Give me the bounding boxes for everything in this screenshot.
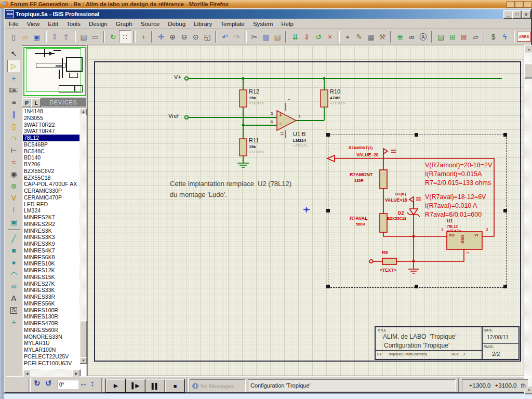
menu-system[interactable]: System — [249, 20, 277, 28]
device-item-3watt0r22[interactable]: 3WATT0R22 — [23, 122, 79, 128]
voltage-probe-mode-icon[interactable]: V — [8, 192, 20, 204]
rotation-angle-input[interactable] — [58, 380, 78, 389]
device-item-minres100r[interactable]: MINRES100R — [23, 307, 79, 314]
message-panel[interactable]: i No Messages — [190, 379, 246, 392]
wire-autorouter-icon[interactable]: ≣ — [394, 31, 406, 43]
schematic-canvas[interactable]: V+VrefR1215k<TEXT>R1115k<TEXT>R10470R<TE… — [87, 45, 524, 376]
selection-handle[interactable] — [326, 209, 330, 212]
mirror-horizontal-icon[interactable]: ↔ — [79, 379, 87, 388]
2d-box-mode-icon[interactable]: ■ — [8, 245, 20, 256]
redo-icon[interactable]: ↷ — [231, 31, 242, 43]
menu-template[interactable]: Template — [216, 20, 249, 28]
print-icon[interactable]: ▤ — [78, 31, 89, 43]
undo-icon[interactable]: ↶ — [219, 31, 231, 43]
scrollbar-thumb[interactable] — [79, 321, 87, 358]
main-vertical-scrollbar[interactable]: ▲ ▼ — [524, 45, 532, 393]
text-script-mode-icon[interactable]: ≡ — [8, 97, 20, 108]
device-item-minres470r[interactable]: MINRES470R — [23, 320, 79, 327]
2d-marker-mode-icon[interactable]: + — [8, 316, 20, 328]
device-item-bc546bp[interactable]: BC546BP — [23, 141, 79, 148]
vref-terminal[interactable] — [185, 116, 188, 119]
block-delete-icon[interactable]: × — [324, 31, 336, 43]
2d-symbol-mode-icon[interactable]: S — [8, 304, 20, 316]
terminals-mode-icon[interactable]: ⊃ — [8, 132, 20, 144]
device-item-lm324[interactable]: LM324 — [23, 207, 79, 214]
menu-design[interactable]: Design — [85, 20, 112, 28]
cut-icon[interactable]: ✂ — [249, 31, 260, 43]
device-item-by206[interactable]: BY206 — [23, 161, 79, 168]
menu-source[interactable]: Source — [137, 20, 164, 28]
block-move-icon[interactable]: ⇓ — [301, 31, 312, 43]
selection-handle[interactable] — [415, 133, 418, 137]
new-sheet-icon[interactable]: ⊞ — [447, 31, 458, 43]
rotate-anticlockwise-icon[interactable]: ↺ — [45, 379, 52, 388]
device-item-bd140[interactable]: BD140 — [23, 154, 79, 161]
device-item-3watt0r47[interactable]: 3WATT0R47 — [23, 128, 79, 135]
device-item-minres3k3[interactable]: MINRES3K3 — [23, 234, 79, 241]
scrollbar-thumb[interactable] — [524, 63, 532, 78]
copy-icon[interactable]: ▥ — [260, 31, 272, 43]
device-item-minres6k8[interactable]: MINRES6K8 — [23, 254, 79, 261]
2d-circle-mode-icon[interactable]: ● — [8, 257, 20, 268]
device-item-minres130r[interactable]: MINRES130R — [23, 313, 79, 320]
design-explorer-icon[interactable]: ▤ — [435, 31, 447, 43]
resistor-r11[interactable] — [240, 139, 247, 156]
zoom-in-icon[interactable]: ⊕ — [167, 31, 178, 43]
selection-mode-icon[interactable]: ↖ — [8, 48, 20, 59]
background-close-button[interactable] — [523, 1, 531, 8]
menu-view[interactable]: View — [23, 20, 44, 28]
device-item-minres33r[interactable]: MINRES33R — [23, 294, 79, 300]
scroll-down-icon[interactable]: ▼ — [79, 357, 87, 364]
device-item-minres15k[interactable]: MINRES15K — [23, 274, 79, 281]
device-item-pcelect100u63v[interactable]: PCELECT100U63V — [23, 360, 79, 367]
zoom-area-icon[interactable]: ◱ — [202, 31, 213, 43]
resistor-r12[interactable] — [240, 90, 247, 107]
simulate-pause-button[interactable]: ▌▌ — [145, 379, 165, 393]
pick-device-icon[interactable]: ⌖ — [342, 31, 353, 43]
device-item-bzx55c6v2[interactable]: BZX55C6V2 — [23, 168, 79, 175]
simulate-stop-button[interactable]: ■ — [165, 379, 185, 393]
redraw-icon[interactable]: ↻ — [107, 31, 118, 43]
device-item-78l12[interactable]: 78L12 — [23, 135, 79, 141]
menu-help[interactable]: Help — [277, 20, 298, 28]
menu-tools[interactable]: Tools — [62, 20, 85, 28]
wire-label-mode-icon[interactable]: LBL — [8, 85, 20, 96]
menu-edit[interactable]: Edit — [44, 20, 62, 28]
2d-path-mode-icon[interactable]: ∞ — [8, 281, 20, 292]
graph-mode-icon[interactable]: ≈ — [8, 156, 20, 168]
scrollbar-track[interactable] — [79, 114, 86, 321]
device-item-bc548c[interactable]: BC548C — [23, 148, 79, 155]
device-item-mylar100n[interactable]: MYLAR100N — [23, 347, 79, 353]
selection-handle[interactable] — [503, 133, 507, 137]
bill-of-materials-icon[interactable]: $ — [487, 31, 499, 43]
grid-toggle-icon[interactable]: ∷ — [119, 30, 131, 43]
subcircuit-mode-icon[interactable]: ▯ — [8, 121, 20, 132]
menu-graph[interactable]: Graph — [112, 20, 137, 28]
remove-sheet-icon[interactable]: ⊠ — [458, 31, 470, 43]
device-item-minres4k7[interactable]: MINRES4K7 — [23, 247, 79, 254]
junction-dot-mode-icon[interactable]: + — [8, 73, 20, 84]
generator-mode-icon[interactable]: ⊚ — [8, 180, 20, 192]
selection-handle[interactable] — [503, 209, 507, 212]
simulate-step-button[interactable]: ▌▶ — [125, 379, 145, 393]
packaging-tool-icon[interactable]: ▦ — [365, 31, 377, 43]
device-item-minres3k9[interactable]: MINRES3K9 — [23, 241, 79, 247]
device-item-minres10k[interactable]: MINRES10K — [23, 260, 79, 267]
buses-mode-icon[interactable]: ∥ — [8, 109, 20, 120]
device-item-minres3k[interactable]: MINRES3K — [23, 228, 79, 234]
save-file-icon[interactable]: ▣ — [31, 31, 42, 43]
2d-text-mode-icon[interactable]: A — [8, 292, 20, 304]
maximize-button[interactable]: □ — [512, 10, 522, 19]
zoom-all-icon[interactable]: ⊙ — [190, 31, 202, 43]
2d-line-mode-icon[interactable]: ╱ — [8, 233, 20, 244]
device-item-minres12k[interactable]: MINRES12K — [23, 267, 79, 274]
property-assignment-icon[interactable]: Ⓐ — [417, 31, 429, 43]
device-item-minres2k7[interactable]: MINRES2K7 — [23, 214, 79, 221]
devices-vertical-scrollbar[interactable]: ▲ ▼ — [79, 108, 86, 369]
goto-sheet-icon[interactable]: ▱ — [470, 31, 481, 43]
library-manager-button[interactable]: L — [31, 98, 41, 108]
background-maximize-button[interactable] — [515, 1, 523, 8]
menu-debug[interactable]: Debug — [164, 20, 190, 28]
minimize-button[interactable]: _ — [503, 10, 513, 19]
import-section-icon[interactable]: ⇩ — [49, 31, 60, 43]
